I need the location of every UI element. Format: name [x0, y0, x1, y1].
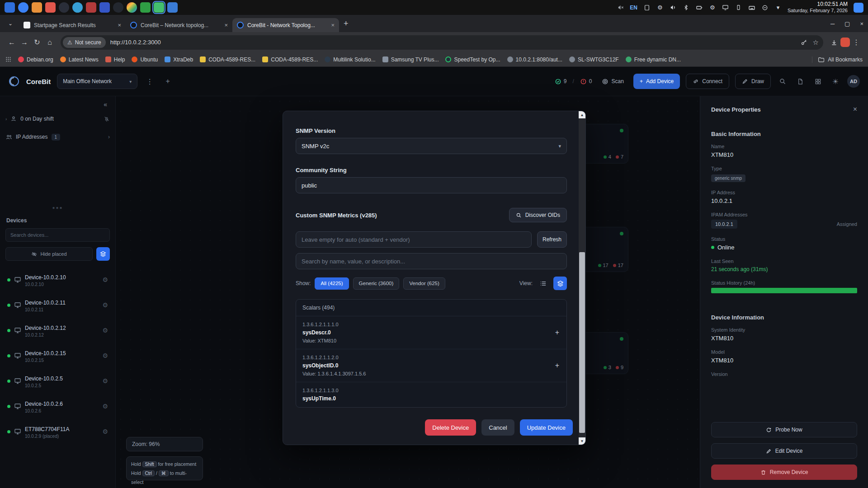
- steam-app-icon[interactable]: [59, 2, 69, 13]
- add-device-button[interactable]: + Add Device: [633, 74, 680, 89]
- sidebar-item-shift[interactable]: › 0 on Day shift: [5, 110, 110, 128]
- device-settings-icon[interactable]: ⚙: [102, 327, 108, 334]
- add-metric-button[interactable]: +: [555, 328, 559, 337]
- widgets-icon-button[interactable]: [812, 75, 824, 87]
- connect-button[interactable]: Connect: [686, 74, 729, 89]
- address-bar[interactable]: ⚠ Not secure http://10.0.2.2:3000 ☆: [61, 35, 823, 50]
- forward-button[interactable]: →: [18, 36, 31, 49]
- group-toggle-button[interactable]: [96, 247, 110, 261]
- device-settings-icon[interactable]: ⚙: [102, 276, 108, 283]
- back-button[interactable]: ←: [5, 36, 18, 49]
- theme-icon-button[interactable]: ☀: [830, 75, 841, 87]
- sidebar-item-ip-addresses[interactable]: IP Addresses 1 ›: [5, 128, 110, 146]
- browser-tab[interactable]: Startpage Search Results ×: [19, 18, 126, 32]
- browser-menu-kebab[interactable]: ⋮: [850, 36, 863, 49]
- network-kebab-menu[interactable]: ⋮: [144, 75, 156, 87]
- display-icon[interactable]: [722, 4, 729, 11]
- device-row[interactable]: Device-10.0.2.510.0.2.5 ⚙: [5, 368, 110, 394]
- bookmark-item[interactable]: Latest News: [60, 56, 99, 63]
- hide-placed-button[interactable]: Hide placed: [5, 247, 93, 261]
- battery-icon[interactable]: [696, 4, 703, 11]
- bookmark-item[interactable]: Samsung TV Plus...: [382, 56, 439, 63]
- resize-grip[interactable]: ●●●: [52, 205, 63, 210]
- chevron-down-icon[interactable]: ▾: [774, 4, 782, 11]
- filter-all-button[interactable]: All (4225): [315, 277, 349, 290]
- apps-grid-icon[interactable]: [5, 56, 11, 62]
- edit-device-button[interactable]: Edit Device: [711, 443, 857, 459]
- new-tab-button[interactable]: +: [344, 19, 349, 28]
- download-icon[interactable]: [828, 36, 840, 49]
- collapse-sidebar-button[interactable]: «: [104, 101, 107, 108]
- taskbar-clock[interactable]: 10:02:51 AM Saturday, February 7, 2026: [788, 1, 848, 14]
- refresh-button[interactable]: Refresh: [537, 231, 567, 248]
- device-row[interactable]: Device-10.0.2.1110.0.2.11 ⚙: [5, 292, 110, 318]
- delete-device-button[interactable]: Delete Device: [425, 419, 476, 436]
- bookmark-item[interactable]: Multilink Solutio...: [325, 56, 375, 63]
- device-settings-icon[interactable]: ⚙: [102, 301, 108, 309]
- browser-app-icon[interactable]: [18, 2, 28, 13]
- volume-icon[interactable]: [670, 4, 677, 11]
- scroll-thumb[interactable]: [579, 252, 585, 433]
- metric-search-input[interactable]: [296, 253, 567, 269]
- bookmark-item[interactable]: 10.0.2.1:8080/aut...: [507, 56, 562, 63]
- bell-off-icon[interactable]: [104, 116, 110, 122]
- app-icon[interactable]: [113, 2, 123, 13]
- chromium-app-icon[interactable]: [127, 2, 137, 13]
- add-metric-button[interactable]: +: [555, 361, 559, 370]
- bookmark-item[interactable]: Help: [105, 56, 125, 63]
- community-string-input[interactable]: [296, 177, 567, 193]
- profile-avatar[interactable]: [840, 38, 850, 47]
- device-row[interactable]: Device-10.0.2.1210.0.2.12 ⚙: [5, 318, 110, 343]
- window-close-button[interactable]: ×: [860, 20, 863, 27]
- tablet-icon[interactable]: [643, 4, 651, 11]
- remove-device-button[interactable]: Remove Device: [711, 465, 857, 480]
- scroll-up-button[interactable]: ▲: [579, 111, 585, 118]
- metric-item[interactable]: 1.3.6.1.2.1.1.2.0 sysObjectID.0 Value: 1…: [296, 349, 566, 382]
- tab-close-icon[interactable]: ×: [224, 22, 228, 28]
- metric-item[interactable]: 1.3.6.1.2.1.1.1.0 sysDescr.0 Value: XTM8…: [296, 316, 566, 349]
- gear-icon[interactable]: ⚙: [709, 4, 716, 11]
- tab-close-icon[interactable]: ×: [331, 22, 335, 28]
- device-settings-icon[interactable]: ⚙: [102, 428, 108, 435]
- network-select[interactable]: Main Office Network ▾: [57, 74, 137, 89]
- grouped-view-button[interactable]: [553, 277, 567, 290]
- snmp-version-select[interactable]: SNMP v2c ▾: [296, 138, 567, 154]
- bookmark-item[interactable]: CODA-4589-RES...: [200, 56, 255, 63]
- bookmark-item[interactable]: XtraDeb: [165, 56, 193, 63]
- device-row[interactable]: Device-10.0.2.1510.0.2.15 ⚙: [5, 343, 110, 368]
- language-indicator[interactable]: EN: [630, 5, 637, 11]
- report-icon-button[interactable]: [794, 75, 806, 87]
- active-vm-app-icon[interactable]: [154, 2, 164, 13]
- bookmark-item[interactable]: SL-SWTG3C12F: [569, 56, 619, 63]
- ipam-address-badge[interactable]: 10.0.2.1: [711, 220, 737, 229]
- bookmark-item[interactable]: Debian.org: [18, 56, 53, 63]
- device-settings-icon[interactable]: ⚙: [102, 403, 108, 410]
- password-key-icon[interactable]: [801, 39, 807, 46]
- bookmark-item[interactable]: Free dynamic DN...: [626, 56, 681, 63]
- volume-muted-icon[interactable]: [617, 4, 624, 11]
- app-icon[interactable]: [140, 2, 151, 13]
- list-view-button[interactable]: [536, 277, 550, 290]
- bluetooth-icon[interactable]: [683, 4, 690, 11]
- filter-vendor-button[interactable]: Vendor (625): [403, 277, 445, 290]
- tab-search-button[interactable]: ⌄: [5, 18, 16, 29]
- scan-button[interactable]: Scan: [598, 74, 627, 89]
- device-settings-icon[interactable]: ⚙: [102, 352, 108, 359]
- app-launcher-icon[interactable]: [5, 2, 15, 13]
- settings-icon[interactable]: ⚙: [656, 4, 664, 11]
- all-bookmarks[interactable]: All Bookmarks: [812, 56, 863, 63]
- security-chip[interactable]: ⚠ Not secure: [63, 37, 106, 48]
- smartphone-icon[interactable]: [735, 4, 742, 11]
- discover-oids-button[interactable]: Discover OIDs: [509, 208, 567, 222]
- chat-icon[interactable]: [854, 3, 863, 13]
- bookmark-item[interactable]: SpeedTest by Op...: [445, 56, 500, 63]
- keyboard-icon[interactable]: [748, 4, 755, 11]
- draw-button[interactable]: Draw: [735, 74, 771, 89]
- oid-filter-input[interactable]: [296, 231, 532, 248]
- home-button[interactable]: ⌂: [43, 36, 56, 49]
- user-avatar[interactable]: AD: [847, 75, 860, 88]
- browser-tab-active[interactable]: CoreBit - Network Topolog... ×: [232, 18, 339, 32]
- close-panel-icon[interactable]: ×: [853, 105, 857, 113]
- app-icon[interactable]: [45, 2, 56, 13]
- cancel-button[interactable]: Cancel: [481, 419, 514, 436]
